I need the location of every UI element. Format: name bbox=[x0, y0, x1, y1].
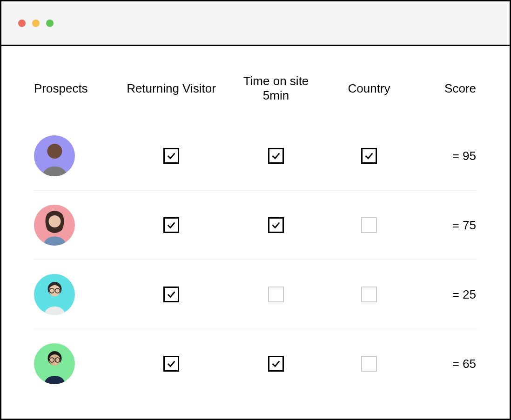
window-close-button[interactable] bbox=[18, 20, 26, 27]
country-checkbox[interactable] bbox=[361, 148, 377, 164]
col-header-time-line2: 5min bbox=[225, 88, 327, 103]
check-icon bbox=[271, 220, 281, 230]
svg-point-1 bbox=[48, 215, 61, 227]
col-header-time: Time on site 5min bbox=[225, 74, 327, 103]
score-value: = 65 bbox=[411, 357, 476, 371]
check-icon bbox=[271, 151, 281, 161]
table-row: = 25 bbox=[34, 260, 477, 329]
returning-checkbox[interactable] bbox=[163, 217, 179, 233]
person-icon bbox=[40, 140, 70, 176]
avatar bbox=[34, 343, 75, 384]
window-minimize-button[interactable] bbox=[32, 20, 40, 27]
col-header-prospects: Prospects bbox=[34, 81, 118, 96]
svg-point-0 bbox=[47, 144, 62, 159]
check-icon bbox=[166, 220, 176, 230]
main-content: Prospects Returning Visitor Time on site… bbox=[1, 46, 510, 419]
col-header-returning: Returning Visitor bbox=[118, 81, 225, 96]
time-checkbox[interactable] bbox=[268, 356, 284, 372]
person-icon bbox=[40, 209, 70, 246]
window-titlebar bbox=[1, 1, 510, 46]
avatar bbox=[34, 205, 75, 246]
country-checkbox[interactable] bbox=[361, 356, 377, 372]
returning-checkbox[interactable] bbox=[163, 148, 179, 164]
prospect-cell bbox=[34, 343, 118, 384]
person-icon bbox=[40, 279, 70, 315]
check-icon bbox=[166, 151, 176, 161]
avatar bbox=[34, 135, 75, 176]
check-icon bbox=[271, 359, 281, 369]
check-icon bbox=[166, 289, 176, 300]
avatar bbox=[34, 274, 75, 315]
prospect-cell bbox=[34, 274, 118, 315]
time-checkbox[interactable] bbox=[268, 217, 284, 233]
check-icon bbox=[166, 359, 176, 369]
returning-checkbox[interactable] bbox=[163, 356, 179, 372]
table-row: = 65 bbox=[34, 329, 477, 398]
person-icon bbox=[40, 348, 70, 384]
table-header-row: Prospects Returning Visitor Time on site… bbox=[34, 74, 477, 103]
time-checkbox[interactable] bbox=[268, 148, 284, 164]
col-header-time-line1: Time on site bbox=[243, 74, 309, 88]
svg-point-3 bbox=[49, 285, 60, 296]
score-value: = 25 bbox=[411, 287, 476, 302]
prospect-cell bbox=[34, 205, 118, 246]
app-window: Prospects Returning Visitor Time on site… bbox=[0, 0, 511, 420]
score-value: = 95 bbox=[411, 149, 476, 163]
country-checkbox[interactable] bbox=[361, 287, 377, 302]
returning-checkbox[interactable] bbox=[163, 287, 179, 302]
table-row: = 95 bbox=[34, 121, 477, 191]
check-icon bbox=[364, 151, 374, 161]
score-value: = 75 bbox=[411, 218, 476, 233]
country-checkbox[interactable] bbox=[361, 217, 377, 233]
col-header-score: Score bbox=[411, 81, 476, 96]
svg-point-7 bbox=[49, 354, 60, 366]
prospect-cell bbox=[34, 135, 118, 176]
time-checkbox[interactable] bbox=[268, 287, 284, 302]
table-row: = 75 bbox=[34, 191, 477, 260]
col-header-country: Country bbox=[327, 81, 411, 96]
window-maximize-button[interactable] bbox=[46, 20, 54, 27]
